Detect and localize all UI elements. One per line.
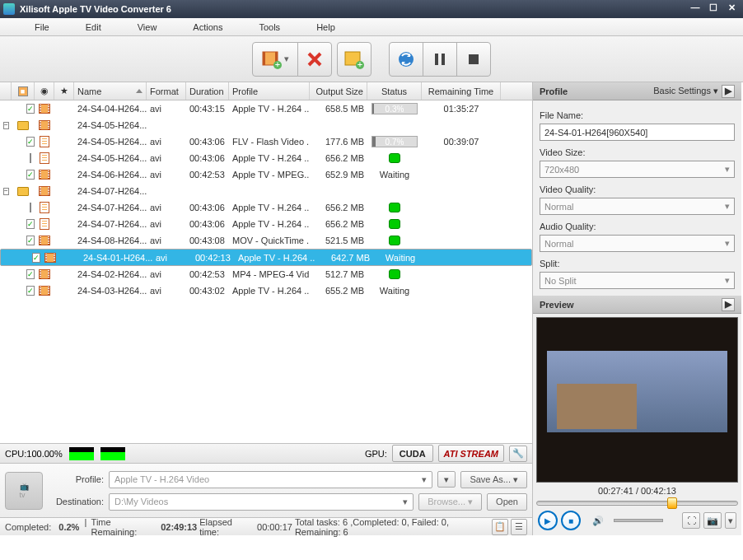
checkbox[interactable]	[30, 203, 31, 212]
header-star[interactable]: ★	[54, 82, 74, 100]
checkbox[interactable]: ✓	[26, 236, 35, 245]
maximize-button[interactable]: ☐	[705, 2, 722, 16]
cell-remaining	[428, 250, 507, 265]
cell-size: 512.7 MB	[310, 266, 367, 282]
menu-view[interactable]: View	[119, 22, 175, 32]
header-remaining[interactable]: Remaining Time	[422, 82, 501, 100]
menu-tools[interactable]: Tools	[241, 22, 298, 32]
profile-select[interactable]: Apple TV - H.264 Video▾	[109, 471, 432, 488]
settings-icon-button[interactable]: 🔧	[509, 446, 527, 462]
header-format[interactable]: Format	[147, 82, 186, 100]
menu-actions[interactable]: Actions	[175, 22, 241, 32]
table-row[interactable]: ✓24-S4-03-H264...avi00:43:02Apple TV - H…	[0, 282, 532, 299]
preview-expand-button[interactable]: ▶	[722, 298, 735, 311]
seek-slider[interactable]	[536, 501, 738, 506]
aquality-select[interactable]: Normal▾	[540, 235, 735, 252]
volume-icon[interactable]: 🔊	[592, 516, 604, 526]
menu-file[interactable]: File	[16, 22, 68, 32]
cpu-graph-1	[69, 447, 94, 460]
cell-name: 24-S4-02-H264...	[74, 266, 147, 282]
checkbox[interactable]: ✓	[26, 137, 35, 147]
table-row[interactable]: 24-S4-05-H264...avi00:43:06Apple TV - H.…	[0, 150, 532, 166]
remove-button[interactable]	[297, 42, 332, 77]
cell-size: 656.2 MB	[310, 150, 367, 166]
list-button[interactable]: ☰	[511, 519, 527, 535]
cell-duration: 00:42:53	[186, 266, 229, 282]
film-icon	[39, 269, 50, 279]
cell-duration: 00:42:13	[192, 250, 235, 265]
play-button[interactable]: ▶	[538, 511, 558, 530]
cell-format: avi	[147, 282, 186, 299]
cell-remaining	[422, 117, 501, 133]
checkbox[interactable]: ✓	[26, 269, 35, 279]
cell-duration: 00:42:53	[186, 166, 229, 183]
expand-icon[interactable]: −	[3, 188, 9, 195]
status-ready-icon	[389, 236, 400, 245]
basic-settings-dropdown[interactable]: Basic Settings ▾	[653, 86, 718, 96]
seek-thumb[interactable]	[667, 497, 677, 509]
header-name[interactable]: Name	[74, 82, 147, 100]
preview-video[interactable]	[536, 317, 738, 483]
expand-icon[interactable]: −	[3, 122, 9, 129]
header-checkall[interactable]: ■	[12, 82, 35, 100]
profile-dropdown-button[interactable]: ▾	[437, 471, 456, 488]
add-file-button[interactable]: + ▾	[252, 42, 298, 77]
stop-preview-button[interactable]: ■	[561, 511, 581, 530]
cell-remaining	[422, 216, 501, 232]
menu-edit[interactable]: Edit	[68, 22, 119, 32]
open-button[interactable]: Open	[487, 493, 527, 511]
split-select[interactable]: No Split▾	[540, 272, 735, 289]
convert-button[interactable]	[389, 42, 423, 77]
checkbox[interactable]: ✓	[32, 253, 40, 263]
videosize-select[interactable]: 720x480▾	[540, 161, 735, 178]
table-row[interactable]: ✓24-S4-07-H264...avi00:43:06Apple TV - H…	[0, 216, 532, 232]
cell-format: avi	[147, 232, 186, 249]
header-icon1[interactable]: ◉	[35, 82, 54, 100]
pause-button[interactable]	[423, 42, 457, 77]
table-row[interactable]: ✓24-S4-08-H264...avi00:43:08MOV - QuickT…	[0, 232, 532, 249]
checkbox[interactable]: ✓	[26, 219, 35, 229]
log-button[interactable]: 📋	[492, 519, 508, 535]
header-output-size[interactable]: Output Size	[310, 82, 367, 100]
volume-slider[interactable]	[614, 519, 663, 522]
app-logo	[3, 3, 15, 15]
stop-button[interactable]	[456, 42, 491, 77]
cell-remaining	[422, 266, 501, 282]
destination-label: Destination:	[49, 497, 104, 506]
menu-help[interactable]: Help	[298, 22, 353, 32]
snapshot-button[interactable]: 📷	[703, 512, 722, 529]
header-status[interactable]: Status	[367, 82, 422, 100]
minimize-button[interactable]: —	[687, 2, 703, 16]
filename-input[interactable]: 24-S4-01-H264[960X540]	[540, 124, 735, 141]
cell-status: Waiting	[373, 250, 428, 265]
table-row[interactable]: 24-S4-07-H264...avi00:43:06Apple TV - H.…	[0, 199, 532, 216]
checkbox[interactable]: ✓	[26, 170, 35, 180]
status-footer: Completed: 0.2% | Time Remaining: 02:49:…	[0, 517, 532, 535]
close-button[interactable]: ✕	[723, 2, 740, 16]
profile-expand-button[interactable]: ▶	[722, 85, 735, 98]
header-duration[interactable]: Duration	[186, 82, 229, 100]
table-row[interactable]: ✓24-S4-01-H264...avi00:42:13Apple TV - H…	[0, 249, 532, 266]
cell-size: 521.5 MB	[310, 232, 367, 249]
table-row[interactable]: ✓24-S4-04-H264...avi00:43:15Apple TV - H…	[0, 100, 532, 117]
table-row[interactable]: ✓24-S4-06-H264...avi00:42:53Apple TV - M…	[0, 166, 532, 183]
checkbox[interactable]	[30, 153, 31, 163]
preview-time: 00:27:41 / 00:42:13	[536, 483, 738, 499]
table-group-row[interactable]: −24-S4-07-H264...	[0, 183, 532, 199]
fullscreen-button[interactable]: ⛶	[682, 512, 700, 529]
checkbox[interactable]: ✓	[26, 286, 35, 296]
add-profile-button[interactable]: +	[337, 42, 372, 77]
cuda-button[interactable]: CUDA	[392, 445, 433, 462]
vquality-select[interactable]: Normal▾	[540, 198, 735, 215]
table-group-row[interactable]: −24-S4-05-H264...	[0, 117, 532, 133]
browse-button[interactable]: Browse... ▾	[418, 493, 482, 511]
ati-stream-button[interactable]: ATI STREAM	[438, 445, 504, 462]
checkbox[interactable]: ✓	[26, 104, 35, 114]
header-profile[interactable]: Profile	[229, 82, 310, 100]
cell-profile: Apple TV - MPEG...	[229, 166, 310, 183]
snapshot-dropdown[interactable]: ▾	[725, 512, 736, 529]
save-as-button[interactable]: Save As... ▾	[460, 471, 527, 488]
table-row[interactable]: ✓24-S4-05-H264...avi00:43:06FLV - Flash …	[0, 133, 532, 150]
destination-input[interactable]: D:\My Videos▾	[109, 493, 414, 511]
table-row[interactable]: ✓24-S4-02-H264...avi00:42:53MP4 - MPEG-4…	[0, 266, 532, 282]
